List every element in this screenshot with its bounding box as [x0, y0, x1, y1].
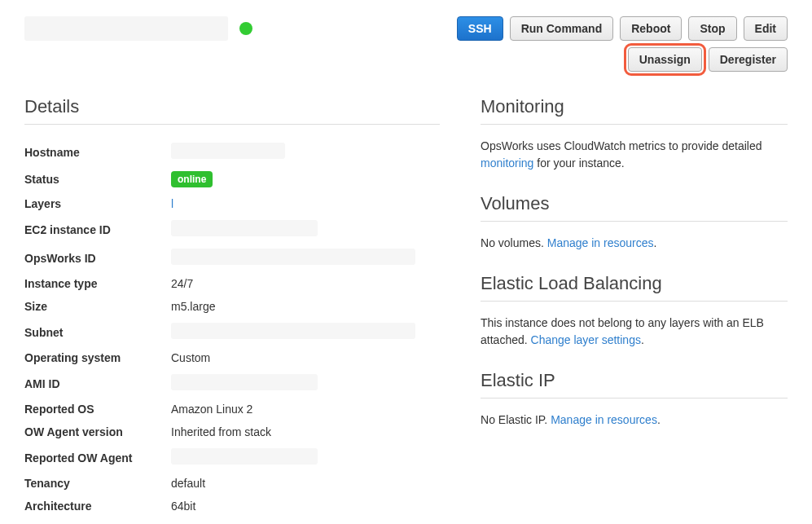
detail-label: EC2 instance ID — [24, 223, 171, 236]
eip-link[interactable]: Manage in resources — [551, 413, 657, 426]
detail-row-amiid: AMI ID — [24, 369, 440, 398]
detail-value: Amazon Linux 2 — [171, 403, 440, 416]
detail-value — [171, 220, 440, 239]
content-columns: Details Hostname Status online Layers l … — [24, 96, 788, 517]
eip-text: No Elastic IP. Manage in resources. — [481, 412, 788, 429]
stop-button[interactable]: Stop — [688, 16, 736, 41]
detail-value — [171, 143, 440, 161]
redacted-value — [171, 220, 318, 236]
page-header: SSH Run Command Reboot Stop Edit Unassig… — [24, 16, 788, 72]
detail-value: online — [171, 171, 440, 187]
redacted-value — [171, 448, 318, 465]
status-badge: online — [171, 171, 213, 187]
detail-row-instance-type: Instance type 24/7 — [24, 272, 440, 295]
detail-label: Subnet — [24, 326, 171, 339]
detail-row-status: Status online — [24, 166, 440, 192]
eip-heading: Elastic IP — [481, 370, 788, 399]
detail-label: Tenancy — [24, 477, 171, 490]
volumes-text: No volumes. Manage in resources. — [481, 235, 788, 252]
redacted-value — [171, 323, 415, 339]
detail-value: 64bit — [171, 500, 440, 513]
detail-value — [171, 249, 440, 267]
volumes-text-pre: No volumes. — [481, 236, 547, 249]
detail-label: Size — [24, 300, 171, 313]
detail-label: Layers — [24, 197, 171, 210]
unassign-button[interactable]: Unassign — [628, 47, 702, 72]
detail-row-reported-ow-agent: Reported OW Agent — [24, 443, 440, 472]
volumes-heading: Volumes — [481, 193, 788, 222]
detail-value: Inherited from stack — [171, 425, 440, 438]
detail-label: Reported OS — [24, 403, 171, 416]
detail-row-tenancy: Tenancy default — [24, 472, 440, 495]
detail-row-layers: Layers l — [24, 192, 440, 215]
monitoring-text: OpsWorks uses CloudWatch metrics to prov… — [481, 138, 788, 172]
reboot-button[interactable]: Reboot — [620, 16, 682, 41]
instance-name-redacted — [24, 16, 228, 41]
detail-value — [171, 448, 440, 467]
detail-row-ec2id: EC2 instance ID — [24, 215, 440, 244]
volumes-text-post: . — [653, 236, 656, 249]
detail-value — [171, 374, 440, 393]
detail-value: l — [171, 197, 440, 210]
elb-link[interactable]: Change layer settings — [531, 333, 641, 346]
edit-button[interactable]: Edit — [744, 16, 788, 41]
side-column: Monitoring OpsWorks uses CloudWatch metr… — [481, 96, 788, 517]
detail-row-architecture: Architecture 64bit — [24, 495, 440, 517]
detail-value: 24/7 — [171, 277, 440, 290]
action-toolbar: SSH Run Command Reboot Stop Edit Unassig… — [397, 16, 788, 72]
detail-label: OW Agent version — [24, 425, 171, 438]
detail-label: Operating system — [24, 351, 171, 364]
detail-row-hostname: Hostname — [24, 138, 440, 166]
run-command-button[interactable]: Run Command — [510, 16, 614, 41]
detail-label: OpsWorks ID — [24, 252, 171, 265]
detail-value: default — [171, 477, 440, 490]
status-indicator-icon — [239, 22, 252, 35]
detail-label: Instance type — [24, 277, 171, 290]
detail-row-reported-os: Reported OS Amazon Linux 2 — [24, 398, 440, 421]
detail-label: Reported OW Agent — [24, 451, 171, 465]
eip-text-pre: No Elastic IP. — [481, 413, 551, 426]
redacted-value — [171, 143, 285, 159]
monitoring-text-pre: OpsWorks uses CloudWatch metrics to prov… — [481, 139, 762, 152]
eip-text-post: . — [657, 413, 661, 426]
detail-label: Status — [24, 173, 171, 186]
monitoring-link[interactable]: monitoring — [481, 156, 533, 170]
elb-text: This instance does not belong to any lay… — [481, 315, 788, 349]
details-column: Details Hostname Status online Layers l … — [24, 96, 440, 517]
monitoring-heading: Monitoring — [481, 96, 788, 125]
redacted-value — [171, 374, 318, 390]
instance-title-area — [24, 16, 252, 41]
redacted-value — [171, 249, 415, 265]
volumes-link[interactable]: Manage in resources — [547, 236, 654, 249]
detail-label: Architecture — [24, 500, 171, 513]
detail-row-subnet: Subnet — [24, 318, 440, 346]
details-heading: Details — [24, 96, 440, 125]
elb-heading: Elastic Load Balancing — [481, 273, 788, 302]
detail-value: Custom — [171, 351, 440, 364]
monitoring-text-post: for your instance. — [533, 156, 624, 170]
detail-row-ow-agent: OW Agent version Inherited from stack — [24, 421, 440, 443]
detail-row-os: Operating system Custom — [24, 346, 440, 369]
deregister-button[interactable]: Deregister — [709, 47, 788, 72]
detail-row-opsworksid: OpsWorks ID — [24, 244, 440, 272]
elb-text-post: . — [641, 333, 644, 346]
detail-label: AMI ID — [24, 377, 171, 390]
detail-row-size: Size m5.large — [24, 295, 440, 318]
layer-link[interactable]: l — [171, 197, 173, 210]
detail-value: m5.large — [171, 300, 440, 313]
ssh-button[interactable]: SSH — [457, 16, 503, 41]
detail-value — [171, 323, 440, 341]
detail-label: Hostname — [24, 146, 171, 159]
